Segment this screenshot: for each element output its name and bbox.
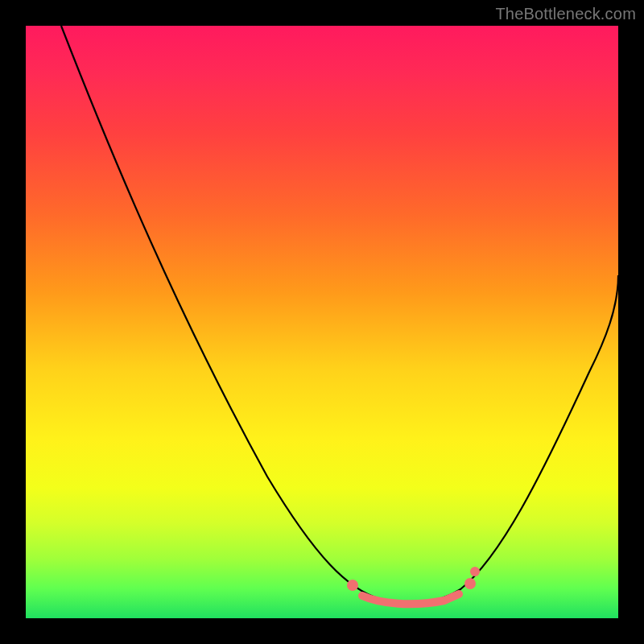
bottleneck-curve-line — [61, 26, 618, 603]
optimal-range-left-dot — [347, 580, 358, 591]
optimal-range-right-dot — [464, 578, 476, 589]
optimal-range-right-dot-upper — [470, 567, 480, 576]
plot-area — [26, 26, 618, 618]
watermark-text: TheBottleneck.com — [495, 5, 636, 23]
chart-frame: TheBottleneck.com — [0, 0, 644, 644]
bottleneck-curve-svg — [26, 26, 618, 618]
optimal-range-segment — [362, 594, 459, 604]
